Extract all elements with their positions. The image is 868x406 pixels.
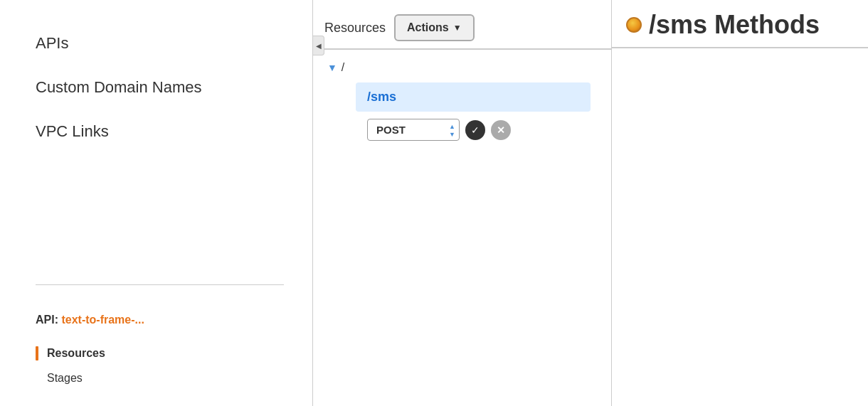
method-select-wrapper: DELETE GET HEAD OPTIONS PATCH POST PUT ▲… [367,119,460,141]
sidebar-divider [36,284,284,285]
sidebar: APIs Custom Domain Names VPC Links API: … [0,0,313,406]
middle-header: Resources Actions ▼ [313,0,611,50]
sidebar-active-indicator [36,346,38,360]
sidebar-api-name[interactable]: text-to-frame-... [61,314,144,326]
sidebar-section-resources[interactable]: Resources [36,341,284,366]
resource-tree: ▼ / /sms DELETE GET HEAD OPTIONS PATCH P… [313,50,611,141]
sidebar-item-custom-domain[interactable]: Custom Domain Names [36,65,284,109]
middle-panel: ◀ Resources Actions ▼ ▼ / /sms DELETE GE… [313,0,612,406]
right-panel-title: /sms Methods [649,10,820,40]
sidebar-resources-label: Resources [47,347,105,360]
tree-expand-arrow[interactable]: ▼ [327,62,337,73]
status-dot-icon [626,17,642,33]
sidebar-section-stages[interactable]: Stages [36,366,284,385]
tree-root-slash: / [342,61,344,74]
tree-child: /sms DELETE GET HEAD OPTIONS PATCH POST … [356,82,611,141]
sidebar-nav: APIs Custom Domain Names VPC Links [0,0,312,277]
check-icon: ✓ [471,124,480,136]
sidebar-item-vpc-links[interactable]: VPC Links [36,109,284,154]
method-select[interactable]: DELETE GET HEAD OPTIONS PATCH POST PUT [367,119,460,141]
sms-resource-item[interactable]: /sms [356,82,591,112]
tree-root: ▼ / [327,61,611,74]
method-row: DELETE GET HEAD OPTIONS PATCH POST PUT ▲… [367,119,611,141]
right-content-area [612,48,868,406]
confirm-method-button[interactable]: ✓ [465,120,485,140]
sidebar-api-label: API: text-to-frame-... [36,314,284,326]
resources-title: Resources [324,21,386,36]
actions-dropdown-arrow: ▼ [453,23,462,33]
cancel-method-button[interactable]: ✕ [491,120,511,140]
close-icon: ✕ [497,124,505,136]
actions-button[interactable]: Actions ▼ [394,14,475,41]
actions-label: Actions [407,21,449,34]
sidebar-bottom: API: text-to-frame-... Resources Stages [0,299,312,406]
collapse-panel-button[interactable]: ◀ [313,36,324,55]
right-header: /sms Methods [612,0,868,48]
sidebar-item-apis[interactable]: APIs [36,21,284,65]
right-panel: /sms Methods [612,0,868,406]
